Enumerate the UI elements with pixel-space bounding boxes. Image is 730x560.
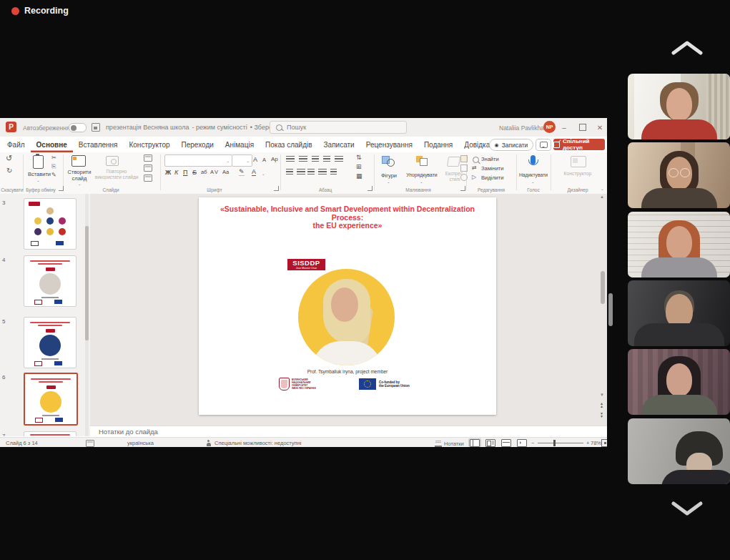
tab-animations[interactable]: Анімація	[220, 137, 260, 152]
slide-thumbnail-6-selected[interactable]	[24, 373, 78, 426]
arrange-icon[interactable]	[416, 156, 428, 166]
minimize-button[interactable]: –	[557, 118, 571, 137]
shrink-font-button[interactable]: А	[262, 157, 266, 163]
participant-video-6[interactable]	[628, 418, 730, 484]
tab-design[interactable]: Конструктор	[123, 137, 175, 152]
scroll-down-icon[interactable]: ▼	[600, 393, 604, 397]
close-button[interactable]: ✕	[593, 118, 607, 137]
character-spacing-button[interactable]: АV	[210, 170, 219, 175]
decrease-indent-icon[interactable]	[312, 156, 319, 163]
search-input[interactable]: Пошук	[270, 121, 407, 134]
text-direction-icon[interactable]: ⇅	[356, 154, 362, 161]
find-label[interactable]: Знайти	[481, 156, 499, 162]
drawing-dialog-launcher-icon[interactable]	[460, 186, 465, 191]
user-avatar[interactable]: NP	[543, 121, 556, 133]
increase-indent-icon[interactable]	[323, 156, 330, 163]
scroll-up-icon[interactable]: ▲	[600, 195, 604, 199]
participant-video-4[interactable]	[628, 280, 730, 346]
notes-panel[interactable]: Нотатки до слайда	[90, 426, 607, 437]
change-case-button[interactable]: Аа	[222, 170, 229, 175]
align-text-icon[interactable]: ⊞	[356, 164, 362, 170]
arrange-label[interactable]: Упорядкувати	[400, 172, 443, 177]
align-left-icon[interactable]	[286, 169, 293, 176]
dictate-dropdown-icon[interactable]: ⌄	[531, 180, 535, 184]
highlight-button[interactable]: ✎	[239, 169, 245, 176]
font-name-combo[interactable]: ⌄	[164, 154, 232, 167]
next-slide-button[interactable]: ▼ ▼	[600, 413, 603, 418]
shape-outline-icon[interactable]	[460, 164, 468, 172]
thumbnail-scrollbar[interactable]	[85, 194, 89, 436]
dictate-icon[interactable]	[531, 155, 536, 164]
dictate-label[interactable]: Надиктувати	[515, 172, 552, 177]
normal-view-button[interactable]	[468, 438, 481, 447]
save-icon[interactable]	[92, 123, 100, 132]
underline-button[interactable]: П	[183, 170, 187, 176]
window-scrollbar-thumb[interactable]	[608, 293, 613, 326]
redo-icon[interactable]: ↻	[6, 167, 12, 175]
fit-slide-to-window-button[interactable]	[601, 439, 607, 447]
font-size-combo[interactable]: ⌄	[232, 154, 252, 167]
participant-video-2[interactable]	[628, 142, 730, 208]
slide-thumbnail-7[interactable]	[24, 431, 77, 436]
clipboard-dialog-launcher-icon[interactable]	[59, 186, 64, 191]
font-color-dropdown-icon[interactable]: ⌄	[262, 172, 265, 176]
tab-review[interactable]: Рецензування	[360, 137, 418, 152]
new-slide-icon[interactable]	[71, 155, 86, 167]
zoom-slider-thumb[interactable]	[553, 440, 556, 446]
reuse-slides-icon[interactable]	[106, 156, 119, 166]
accessibility-status[interactable]: Спеціальні можливості: недоступні	[214, 440, 301, 446]
copy-icon[interactable]: ⎘	[51, 164, 56, 170]
select-label[interactable]: Виділити	[481, 175, 503, 181]
cut-icon[interactable]: ✂	[51, 155, 56, 161]
text-shadow-button[interactable]: аб	[201, 170, 207, 175]
font-color-button[interactable]: А	[252, 169, 256, 176]
zoom-out-button[interactable]: −	[531, 440, 534, 446]
share-button[interactable]: Спільний доступ	[553, 139, 605, 150]
notes-toggle-button[interactable]: Нотатки	[435, 440, 464, 447]
reset-icon[interactable]	[144, 164, 152, 172]
tab-insert[interactable]: Вставлення	[73, 137, 124, 152]
smartart-icon[interactable]: ▦	[356, 173, 362, 180]
columns-icon[interactable]	[330, 169, 337, 176]
align-center-icon[interactable]	[297, 169, 305, 176]
restore-button[interactable]	[576, 118, 590, 137]
line-spacing-icon[interactable]	[335, 156, 343, 163]
paste-icon[interactable]	[33, 155, 44, 169]
scrollbar-thumb[interactable]	[85, 226, 89, 340]
paste-dropdown-icon[interactable]: ⌄	[36, 178, 40, 182]
bullets-icon[interactable]	[286, 156, 295, 163]
language-indicator[interactable]: українська	[127, 440, 154, 446]
align-right-icon[interactable]	[307, 169, 315, 176]
format-painter-icon[interactable]: ✎	[51, 172, 56, 178]
grow-font-button[interactable]: А	[253, 157, 257, 163]
new-slide-dropdown-icon[interactable]: ⌄	[78, 182, 82, 186]
tab-record[interactable]: Записати	[318, 137, 360, 152]
layout-icon[interactable]	[144, 154, 152, 162]
current-slide-canvas[interactable]: «Sustainable, Inclusive and Smart Develo…	[199, 197, 496, 415]
section-icon[interactable]	[144, 175, 152, 182]
participant-video-1[interactable]	[628, 74, 730, 139]
zoom-in-button[interactable]: +	[586, 440, 589, 446]
participants-scroll-down-icon[interactable]	[669, 499, 705, 518]
paragraph-dialog-launcher-icon[interactable]	[368, 186, 373, 191]
slide-thumbnail-4[interactable]	[24, 255, 77, 307]
slide-sorter-view-button[interactable]	[484, 438, 497, 447]
paste-label[interactable]: Вставити	[26, 171, 53, 177]
undo-icon[interactable]: ↺	[6, 154, 12, 162]
numbering-icon[interactable]	[299, 156, 307, 163]
shape-fill-icon[interactable]	[460, 155, 468, 162]
clear-formatting-button[interactable]: Аp	[271, 157, 278, 162]
display-settings-icon[interactable]	[86, 440, 94, 447]
slideshow-view-button[interactable]	[516, 438, 528, 447]
tab-slideshow[interactable]: Показ слайдів	[260, 137, 318, 152]
tab-file[interactable]: Файл	[1, 137, 31, 152]
tab-home[interactable]: Основне	[31, 137, 73, 152]
shapes-dropdown-icon[interactable]: ⌄	[387, 180, 390, 184]
comments-button[interactable]	[536, 139, 551, 151]
participant-video-5[interactable]	[628, 349, 730, 415]
shapes-icon[interactable]	[382, 156, 395, 167]
zoom-slider[interactable]	[538, 443, 583, 443]
collapse-ribbon-icon[interactable]: ⌄	[601, 187, 604, 191]
record-button[interactable]: ◉ Записати	[489, 139, 533, 151]
slide-scrollbar-thumb[interactable]	[601, 271, 605, 304]
